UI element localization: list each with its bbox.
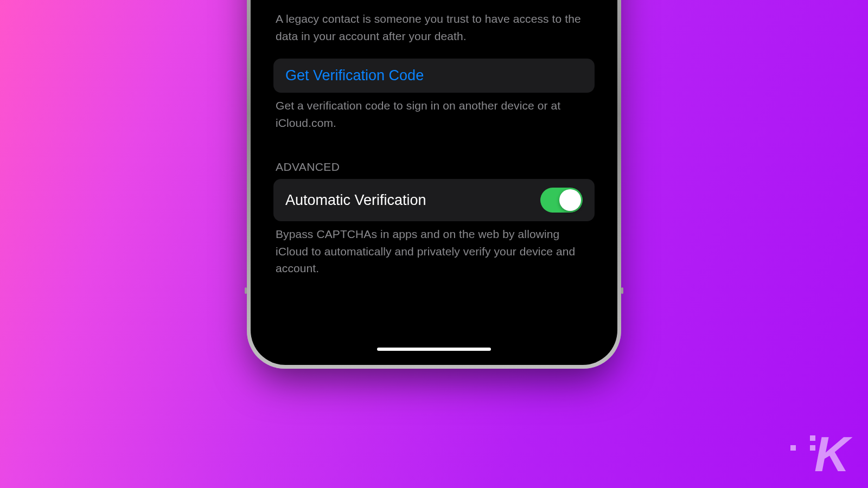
phone-side-button-left [245, 287, 247, 294]
advanced-section-header: ADVANCED [273, 145, 595, 179]
legacy-contact-footer: A legacy contact is someone you trust to… [273, 6, 595, 59]
watermark: K [814, 438, 846, 472]
settings-scroll-content[interactable]: A legacy contact is someone you trust to… [258, 0, 610, 291]
automatic-verification-label: Automatic Verification [285, 192, 426, 209]
watermark-dots-icon [790, 435, 815, 451]
home-indicator[interactable] [377, 348, 491, 351]
verification-code-footer: Get a verification code to sign in on an… [273, 93, 595, 145]
phone-frame: A legacy contact is someone you trust to… [247, 0, 621, 369]
phone-side-button-right [621, 287, 623, 294]
watermark-letter: K [814, 438, 846, 472]
phone-screen: A legacy contact is someone you trust to… [258, 0, 610, 357]
toggle-knob-icon [559, 189, 581, 211]
automatic-verification-footer: Bypass CAPTCHAs in apps and on the web b… [273, 221, 595, 291]
get-verification-code-button[interactable]: Get Verification Code [273, 59, 595, 93]
phone-bezel: A legacy contact is someone you trust to… [251, 0, 617, 365]
automatic-verification-row: Automatic Verification [273, 179, 595, 221]
automatic-verification-toggle[interactable] [540, 188, 583, 213]
get-verification-code-label: Get Verification Code [285, 67, 424, 84]
